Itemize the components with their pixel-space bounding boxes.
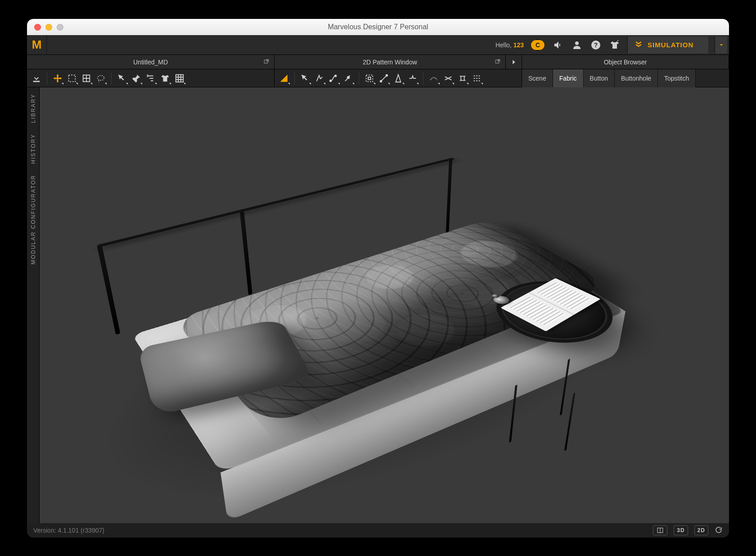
traffic-light-close[interactable]: [34, 24, 41, 31]
object-browser-subtabs: Scene Fabric Button Buttonhole Topstitch: [522, 69, 729, 87]
svg-point-10: [335, 75, 337, 77]
subtab-fabric[interactable]: Fabric: [553, 69, 584, 87]
add-point-tool[interactable]: [342, 71, 355, 86]
scene-mattress: [132, 227, 626, 472]
garment-add-icon[interactable]: [608, 39, 621, 51]
version-text: Version: 4.1.101 (r33907): [33, 527, 104, 534]
sound-icon[interactable]: [552, 39, 564, 51]
subtab-button[interactable]: Button: [584, 69, 615, 87]
select-point-tool[interactable]: [298, 71, 312, 86]
view-3d-button[interactable]: 3D: [674, 525, 688, 535]
panel-tab-row: Untitled_MD 2D Pattern Window Object Bro…: [27, 55, 729, 69]
view-2d-button[interactable]: 2D: [694, 525, 708, 535]
seam-tool[interactable]: [427, 71, 441, 86]
notch-tool[interactable]: [406, 71, 419, 86]
viewport-scene: [40, 87, 729, 523]
layout-toggle-button[interactable]: [653, 525, 667, 535]
sidebar-library[interactable]: LIBRARY: [30, 94, 36, 123]
tab-2d-pattern[interactable]: 2D Pattern Window: [274, 55, 506, 69]
cloud-sync-button[interactable]: C: [530, 39, 545, 51]
svg-rect-12: [366, 75, 373, 81]
status-bar: Version: 4.1.101 (r33907) 3D 2D: [27, 523, 729, 538]
select-mesh-tool[interactable]: [80, 71, 93, 86]
username: 123: [513, 41, 524, 49]
sidebar-history[interactable]: HISTORY: [30, 134, 36, 164]
svg-point-14: [380, 80, 382, 82]
edit-pattern-tool[interactable]: [313, 71, 326, 86]
internal-line-tool[interactable]: [377, 71, 391, 86]
free-sewing-tool[interactable]: [441, 71, 455, 86]
app-logo: M: [27, 35, 47, 55]
tab-3d-garment[interactable]: Untitled_MD: [27, 55, 274, 69]
texture-tool[interactable]: [173, 71, 186, 86]
popout-icon[interactable]: [263, 59, 270, 65]
user-icon[interactable]: [571, 39, 583, 51]
svg-rect-5: [69, 75, 76, 81]
chevron-double-down-icon: [634, 40, 643, 50]
user-greeting: Hello, 123: [495, 41, 524, 49]
sidebar-modular[interactable]: MODULAR CONFIGURATOR: [30, 175, 36, 265]
svg-rect-4: [495, 60, 499, 63]
subtab-topstitch[interactable]: Topstitch: [658, 69, 696, 87]
titlebar: Marvelous Designer 7 Personal: [27, 19, 729, 35]
svg-point-15: [386, 74, 388, 76]
subtab-buttonhole[interactable]: Buttonhole: [615, 69, 658, 87]
window-title: Marvelous Designer 7 Personal: [27, 23, 729, 31]
edit-pivot-tool[interactable]: [115, 71, 129, 86]
polygon-tool[interactable]: [277, 71, 291, 86]
scene-bed-rail: [97, 158, 455, 247]
import-down-icon[interactable]: [30, 71, 43, 86]
toolbar-2d: [274, 69, 522, 87]
svg-rect-8: [176, 74, 184, 82]
left-sidebar: LIBRARY HISTORY MODULAR CONFIGURATOR: [27, 87, 40, 523]
tab-2d-label: 2D Pattern Window: [363, 59, 417, 66]
tab-object-browser[interactable]: Object Browser: [522, 55, 729, 69]
svg-point-9: [330, 80, 332, 81]
avatar-tape-tool[interactable]: [158, 71, 172, 86]
traffic-light-minimize[interactable]: [45, 24, 52, 31]
segment-sewing-tool[interactable]: [456, 71, 469, 86]
svg-text:?: ?: [594, 41, 598, 49]
arrange-tool[interactable]: [144, 71, 158, 86]
subtab-scene[interactable]: Scene: [522, 69, 553, 87]
select-rect-tool[interactable]: [65, 71, 79, 86]
tab-object-label: Object Browser: [604, 59, 647, 66]
edit-curve-tool[interactable]: [327, 71, 341, 86]
mode-simulation-button[interactable]: SIMULATION: [627, 36, 708, 54]
app-window: Marvelous Designer 7 Personal M Hello, 1…: [27, 19, 729, 538]
tab-3d-label: Untitled_MD: [133, 59, 168, 66]
select-move-tool[interactable]: [51, 71, 64, 86]
tab-forward-button[interactable]: [506, 55, 522, 69]
toolbar-3d: [27, 69, 274, 87]
svg-point-0: [575, 41, 579, 45]
toolbar-row: Scene Fabric Button Buttonhole Topstitch: [27, 69, 729, 87]
svg-rect-13: [368, 77, 371, 80]
traffic-light-zoom[interactable]: [57, 24, 63, 31]
app-header: M Hello, 123 C ?: [27, 35, 729, 55]
refresh-icon[interactable]: [715, 526, 723, 535]
svg-point-7: [98, 75, 104, 80]
mode-dropdown[interactable]: [715, 36, 727, 54]
dart-tool[interactable]: [392, 71, 405, 86]
viewport-3d[interactable]: [40, 87, 729, 523]
svg-point-11: [347, 76, 350, 78]
svg-rect-3: [264, 60, 267, 63]
pin-tool[interactable]: [130, 71, 143, 86]
lasso-tool[interactable]: [94, 71, 108, 86]
mode-label: SIMULATION: [648, 41, 693, 49]
greeting-prefix: Hello,: [495, 41, 513, 49]
scene-side-table: [469, 331, 625, 421]
help-icon[interactable]: ?: [590, 39, 602, 51]
popout-icon[interactable]: [495, 59, 501, 65]
fold-tool[interactable]: [470, 71, 484, 86]
internal-polygon-tool[interactable]: [363, 71, 376, 86]
